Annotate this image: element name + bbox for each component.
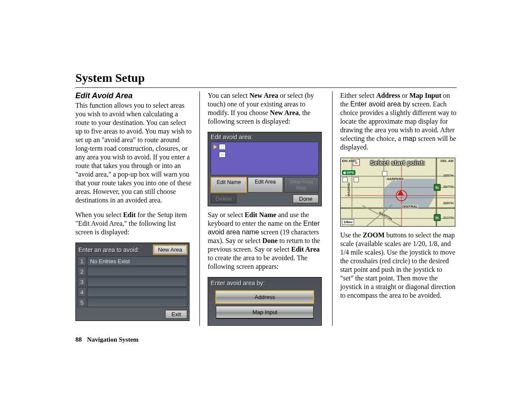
screen2-title: Edit avoid area: xyxy=(208,132,321,140)
row-slot: No Entries Exist xyxy=(87,256,187,266)
row-slot xyxy=(87,277,187,286)
list-item[interactable]: 3 xyxy=(78,277,187,286)
section-title-edit-avoid-area: Edit Avoid Area xyxy=(75,91,192,100)
street-label: HARPERS xyxy=(386,177,404,181)
poi-icon xyxy=(382,171,387,176)
surface-street-icon: ↔ xyxy=(219,152,226,158)
street-label: DEL AM xyxy=(440,159,454,163)
row-slot xyxy=(87,298,187,307)
column-2: You can select New Area or select (by to… xyxy=(208,91,332,326)
gps-badge: GPS xyxy=(342,170,355,175)
row-number: 1 xyxy=(78,256,86,266)
screenshot-select-start-point-map: Select start point: N GPS 1/8mi 91 91 EI… xyxy=(340,158,455,227)
list-item[interactable]: 4 xyxy=(78,287,187,297)
column-3: Either select Address or Map Input on th… xyxy=(340,91,457,326)
poi-icon xyxy=(354,177,359,182)
column-1: Edit Avoid Area This function allows you… xyxy=(75,91,200,326)
street-label: 207TH xyxy=(443,185,454,189)
avoid-area-list: 1 No Entries Exist 2 3 4 xyxy=(76,256,189,309)
list-item[interactable]: 1 No Entries Exist xyxy=(78,256,187,266)
page-number: 88 xyxy=(75,336,82,343)
map-title: Select start point: xyxy=(370,159,425,166)
screenshot-edit-avoid-area: Edit avoid area: ⬚ ↔ Edit Name Edit Area… xyxy=(208,132,322,206)
row-number: 2 xyxy=(78,267,86,276)
new-area-button[interactable]: New Area xyxy=(153,245,187,255)
footer-label: Navigation System xyxy=(87,336,139,343)
page-title: System Setup xyxy=(75,71,457,85)
col2-para1: You can select New Area or select (by to… xyxy=(208,91,324,126)
street-label: MADRID xyxy=(347,182,351,197)
screen3-title: Enter avoid area by: xyxy=(208,277,321,291)
col3-para2: Use the ZOOM buttons to select the map s… xyxy=(340,231,457,300)
view-area-map-button: View Area Map xyxy=(284,177,319,193)
street-label: EIN AMO xyxy=(342,159,357,163)
done-button[interactable]: Done xyxy=(292,194,319,203)
street-label: 209TH xyxy=(443,201,454,205)
title-rule xyxy=(75,87,457,88)
row-slot xyxy=(87,267,187,276)
route-shield-icon: 91 xyxy=(434,214,441,221)
street-label: 205TH xyxy=(443,174,454,177)
edit-name-button[interactable]: Edit Name xyxy=(211,177,247,193)
row-number: 3 xyxy=(78,277,86,286)
col3-para1: Either select Address or Map Input on th… xyxy=(340,91,457,152)
avoid-area-preview: ⬚ ↔ xyxy=(211,142,319,175)
exit-button[interactable]: Exit xyxy=(165,310,187,319)
col2-para2: Say or select Edit Name and use the keyb… xyxy=(208,211,324,271)
scale-indicator: 1/8mi xyxy=(342,219,354,225)
cursor-icon xyxy=(397,190,404,196)
street-label: CENTRAL xyxy=(401,205,418,209)
play-icon xyxy=(214,145,217,149)
edit-area-button[interactable]: Edit Area xyxy=(248,177,283,193)
route-shield-icon: 91 xyxy=(434,184,441,191)
screenshot-enter-avoid-area-by: Enter avoid area by: Address Map Input xyxy=(208,277,322,326)
address-button[interactable]: Address xyxy=(216,291,314,303)
screen1-title: Enter an area to avoid: xyxy=(78,246,140,253)
col1-para1: This function allows you to select areas… xyxy=(75,101,192,205)
list-item[interactable]: 5 xyxy=(78,298,187,307)
list-item[interactable]: 2 xyxy=(78,267,187,276)
three-column-layout: Edit Avoid Area This function allows you… xyxy=(75,91,457,326)
poi-icon xyxy=(342,177,348,182)
row-number: 4 xyxy=(78,287,86,297)
map-input-button[interactable]: Map Input xyxy=(216,306,314,318)
street-label: 211TH xyxy=(443,216,454,220)
page-footer: 88Navigation System xyxy=(75,336,457,343)
screenshot-enter-area-to-avoid: Enter an area to avoid: New Area 1 No En… xyxy=(75,243,190,321)
row-slot xyxy=(87,287,187,297)
freeway-icon: ⬚ xyxy=(219,144,226,150)
row-number: 5 xyxy=(78,298,86,307)
delete-button: Delete xyxy=(211,194,236,203)
col1-para2: When you select Edit for the Setup item … xyxy=(75,211,192,237)
